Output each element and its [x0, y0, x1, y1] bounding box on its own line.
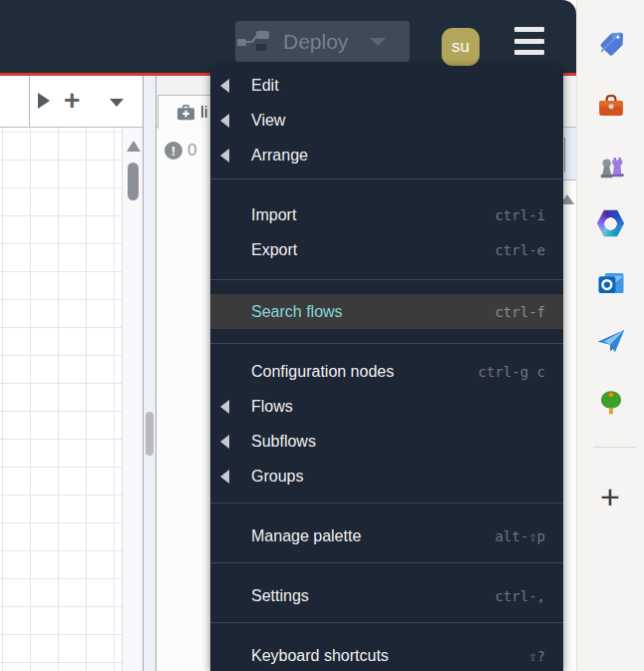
menu-item-search-flows[interactable]: Search flows ctrl-f: [210, 294, 563, 329]
menu-item-shortcut: ctrl-f: [494, 304, 545, 320]
scroll-tabs-right-button[interactable]: [38, 93, 50, 109]
menu-section: Search flows ctrl-f: [210, 280, 563, 343]
menu-item-label: Edit: [251, 77, 279, 95]
tree-icon: [596, 388, 626, 418]
node-red-header: Deploy su: [0, 0, 576, 73]
main-dropdown-menu: Edit View Arrange Import ctrl-i Export c…: [210, 66, 563, 671]
menu-item-shortcut: ctrl-e: [494, 242, 545, 258]
submenu-left-arrow-icon: [220, 79, 229, 93]
node-red-page: Deploy su +: [0, 0, 576, 671]
menu-item-shortcut: ctrl-g c: [479, 364, 545, 380]
hamburger-bar: [514, 50, 544, 55]
submenu-left-arrow-icon: [220, 435, 229, 449]
scroll-up-arrow-icon[interactable]: [127, 141, 141, 152]
scrollbar-thumb[interactable]: [128, 163, 139, 200]
browser-sidebar: [576, 0, 644, 671]
paper-plane-icon: [595, 325, 627, 357]
menu-item-label: Arrange: [251, 147, 308, 165]
menu-item-export[interactable]: Export ctrl-e: [210, 232, 563, 267]
menu-item-label: Configuration nodes: [251, 363, 394, 381]
sidebar-filter-field-edge[interactable]: [563, 128, 576, 180]
sidebar-active-tab[interactable]: li: [158, 95, 217, 129]
menu-item-shortcut: ctrl-i: [494, 207, 545, 223]
menu-item-arrange[interactable]: Arrange: [210, 138, 563, 172]
menu-item-shortcut: ctrl-,: [494, 588, 545, 604]
divider-scroll-thumb[interactable]: [146, 412, 154, 456]
menu-item-view[interactable]: View: [210, 103, 563, 138]
menu-section: Import ctrl-i Export ctrl-e: [210, 179, 563, 279]
menu-item-manage-palette[interactable]: Manage palette alt-⇧p: [210, 518, 563, 553]
deploy-dropdown-caret-icon[interactable]: [370, 38, 386, 46]
sidebar-item-outlook[interactable]: [591, 263, 631, 303]
menu-section: Configuration nodes ctrl-g c Flows Subfl…: [210, 344, 563, 503]
menu-item-label: Search flows: [251, 303, 343, 321]
sidebar-item-messenger[interactable]: [591, 321, 631, 361]
sidebar-divider: [593, 447, 637, 448]
menu-item-flows[interactable]: Flows: [210, 389, 563, 424]
warning-badge-icon: !: [164, 142, 182, 160]
menu-item-shortcut: ⇧?: [528, 648, 545, 664]
menu-item-configuration-nodes[interactable]: Configuration nodes ctrl-g c: [210, 354, 563, 389]
menu-item-label: Groups: [251, 468, 303, 486]
menu-section: Edit View Arrange: [210, 66, 563, 178]
sidebar-item-microsoft-365[interactable]: [591, 203, 631, 243]
sidebar-tab-label: li: [200, 103, 208, 123]
sidebar-filter-border: [564, 138, 565, 171]
deploy-button[interactable]: Deploy: [235, 21, 410, 62]
menu-item-settings[interactable]: Settings ctrl-,: [210, 578, 563, 613]
sidebar-item-toolbox[interactable]: [591, 86, 631, 126]
sidebar-item-tag[interactable]: [591, 24, 631, 64]
menu-item-shortcut: alt-⇧p: [494, 528, 545, 544]
menu-item-import[interactable]: Import ctrl-i: [210, 197, 563, 232]
toolbox-icon: [596, 91, 626, 121]
menu-item-label: Settings: [251, 587, 309, 605]
medkit-icon: [176, 104, 195, 122]
menu-item-subflows[interactable]: Subflows: [210, 424, 563, 459]
hamburger-bar: [514, 39, 544, 44]
add-flow-button[interactable]: +: [64, 84, 80, 118]
menu-item-edit[interactable]: Edit: [210, 68, 563, 103]
menu-item-label: Keyboard shortcuts: [251, 647, 389, 665]
canvas-vertical-scrollbar[interactable]: [122, 128, 143, 671]
submenu-left-arrow-icon: [220, 400, 229, 414]
menu-item-label: View: [251, 112, 285, 130]
submenu-left-arrow-icon: [220, 114, 229, 128]
sidebar-item-tree[interactable]: [591, 383, 631, 423]
menu-item-label: Import: [251, 206, 296, 224]
deploy-label: Deploy: [283, 30, 348, 54]
user-avatar[interactable]: su: [442, 28, 480, 66]
chess-pieces-icon: [596, 153, 626, 182]
sidebar-item-games[interactable]: [591, 148, 631, 187]
menu-item-label: Manage palette: [251, 527, 361, 545]
warning-count: 0: [187, 141, 196, 161]
menu-item-keyboard-shortcuts[interactable]: Keyboard shortcuts ⇧?: [210, 638, 563, 671]
sidebar-add-button[interactable]: +: [576, 477, 644, 516]
tag-icon: [596, 29, 626, 59]
menu-section: Manage palette alt-⇧p: [210, 503, 563, 562]
outlook-icon: [596, 268, 626, 298]
menu-item-groups[interactable]: Groups: [210, 459, 563, 494]
flow-tab-bar: +: [0, 76, 144, 128]
menu-section: Keyboard shortcuts ⇧?: [210, 623, 563, 671]
hamburger-bar: [514, 27, 544, 32]
submenu-left-arrow-icon: [220, 470, 229, 484]
warning-count-row: ! 0: [157, 136, 216, 166]
microsoft-365-icon: [596, 209, 625, 238]
menu-item-label: Export: [251, 241, 297, 259]
submenu-left-arrow-icon: [220, 149, 229, 163]
menu-item-label: Subflows: [251, 433, 316, 451]
deploy-icon: [235, 27, 271, 57]
screen: Deploy su +: [0, 0, 644, 671]
panel-divider-scrollbar[interactable]: [143, 76, 157, 671]
hamburger-menu-button[interactable]: [514, 27, 544, 55]
flow-canvas[interactable]: [0, 128, 122, 671]
menu-item-label: Flows: [251, 398, 293, 416]
tab-bar-divider: [29, 76, 30, 128]
menu-section: Settings ctrl-,: [210, 563, 563, 622]
flow-list-dropdown-button[interactable]: [110, 99, 124, 107]
